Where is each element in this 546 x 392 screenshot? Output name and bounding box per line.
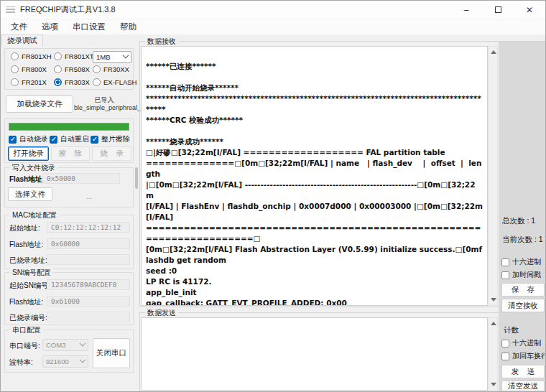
checkbox-auto-restart[interactable]: 自动重启	[50, 134, 89, 144]
menu-options[interactable]: 选项	[34, 19, 65, 34]
send-group-label: 数据发送	[145, 308, 178, 318]
receive-scrollbar[interactable]	[488, 46, 498, 306]
scroll-down-icon	[491, 383, 496, 386]
serial-port-dropdown[interactable]: COM3	[42, 339, 88, 351]
receive-group-label: 数据接收	[145, 37, 178, 47]
window-title: FREQCHIP调试工具V1.3.8	[20, 4, 116, 15]
baud-rate-label: 波特率:	[9, 358, 33, 368]
serial-port-label: 串口端号:	[9, 341, 40, 351]
app-window: FREQCHIP调试工具V1.3.8 – ✕ 文件 选项 串口设置 帮助 烧录调…	[0, 0, 546, 392]
send-scrollbar[interactable]	[488, 317, 498, 391]
save-button[interactable]: 保 存	[501, 283, 545, 297]
checkbox-icon	[501, 340, 509, 347]
checkbox-send-hex[interactable]: 十六进制	[501, 338, 541, 348]
maximize-button[interactable]	[482, 1, 514, 19]
close-serial-button[interactable]: 关闭串口	[93, 338, 130, 368]
checkbox-crlf[interactable]: 加回车换行	[501, 351, 546, 361]
baud-rate-value: 921600	[46, 358, 69, 365]
receive-log: ******已连接****** ******自动开始烧录****** *****…	[142, 47, 487, 305]
sn-burned-input	[47, 312, 130, 322]
sn-start-label: 起始SN编号:	[9, 281, 50, 291]
radio-fr508x[interactable]: FR508X	[54, 65, 90, 73]
radio-label: FR201X	[22, 78, 47, 86]
burn-button[interactable]: 烧 录	[92, 146, 131, 161]
radio-ex-flash[interactable]: EX-FLASH	[93, 78, 136, 86]
mac-flash-label: Flash地址:	[9, 240, 43, 250]
radio-icon	[93, 78, 101, 86]
radio-fr30xx[interactable]: FR30XX	[93, 65, 129, 73]
title-bar: FREQCHIP调试工具V1.3.8 – ✕	[1, 1, 545, 19]
mac-group-label: MAC地址配置	[10, 210, 59, 220]
sn-burned-label: 已烧录编号:	[9, 313, 47, 323]
radio-fr800x[interactable]: FR800X	[11, 65, 47, 73]
burn-progress-fill	[9, 123, 129, 130]
choose-file-button[interactable]: 选择文件	[8, 187, 52, 201]
sn-start-input[interactable]: 123456789ABCDEF0	[47, 279, 130, 290]
radio-label: FR800X	[22, 65, 47, 73]
load-burn-file-button[interactable]: 加载烧录文件	[6, 95, 73, 113]
checkbox-label: 自动重启	[60, 134, 89, 144]
total-count-label: 总次数 : 1	[502, 216, 535, 226]
radio-icon	[54, 52, 62, 60]
radio-fr303x[interactable]: FR303X	[54, 78, 90, 86]
checkbox-icon	[50, 136, 57, 144]
tab-burn-debug[interactable]: 烧录调试	[1, 34, 43, 47]
radio-fr201x[interactable]: FR201X	[11, 78, 47, 86]
close-button[interactable]: ✕	[514, 1, 545, 19]
radio-label: FR303X	[65, 78, 90, 86]
flash-size-dropdown[interactable]: 1MB	[93, 51, 131, 63]
mac-flash-input[interactable]: 0x60000	[47, 238, 130, 249]
checkbox-label: 十六进制	[512, 338, 541, 348]
write-file-group: 写入文件烧录 Flash地址 0x50000 选择文件 ...	[4, 167, 134, 207]
serial-port-value: COM3	[46, 341, 65, 349]
flash-size-value: 1MB	[96, 53, 111, 61]
sn-flash-label: Flash地址:	[9, 297, 43, 307]
sn-config-group: SN编号配置 起始SN编号: 123456789ABCDEF0 Flash地址:…	[4, 272, 134, 325]
clear-receive-button[interactable]: 清空接收	[501, 299, 545, 312]
receive-textarea[interactable]: ******已连接****** ******自动开始烧录****** *****…	[141, 46, 488, 306]
radio-label: EX-FLASH	[103, 78, 136, 86]
minimize-button[interactable]: –	[450, 1, 482, 19]
serial-group-label: 串口配置	[10, 325, 43, 335]
send-value	[142, 318, 487, 390]
radio-icon	[11, 78, 19, 86]
mac-burned-input	[47, 254, 130, 265]
burn-group: 自动烧录 自动重启 整片擦除 打开烧录 擦 除 烧 录	[4, 118, 134, 163]
checkbox-auto-burn[interactable]: 自动烧录	[9, 134, 48, 144]
radio-icon	[93, 65, 101, 73]
mac-burned-label: 已烧录地址:	[9, 256, 47, 266]
chevron-down-icon	[80, 356, 85, 362]
load-status: 已导入 ble_simple_periphreal_b	[74, 96, 134, 112]
left-panel-scrollbar[interactable]	[135, 167, 138, 189]
window-controls: – ✕	[450, 1, 545, 19]
send-textarea[interactable]	[141, 317, 488, 391]
checkbox-label: 十六进制	[512, 257, 541, 267]
menu-serial-settings[interactable]: 串口设置	[65, 19, 113, 34]
checkbox-label: 自动烧录	[19, 134, 48, 144]
mac-start-input[interactable]: C0:12:12:12:12:12	[47, 222, 130, 233]
checkbox-icon	[9, 136, 17, 144]
write-file-group-label: 写入文件烧录	[10, 163, 57, 173]
send-button[interactable]: 发 送	[501, 365, 545, 378]
chip-select-group: FR801XH FR801XT 1MB FR800X FR508X FR30XX…	[4, 48, 134, 90]
sn-group-label: SN编号配置	[10, 268, 53, 278]
flash-addr-input[interactable]: 0x50000	[42, 173, 120, 184]
menu-file[interactable]: 文件	[4, 19, 34, 34]
clear-send-button[interactable]: 清空发送	[501, 381, 545, 391]
load-status-line2: ble_simple_periphreal_b	[74, 104, 134, 112]
checkbox-full-erase[interactable]: 整片擦除	[91, 134, 130, 144]
checkbox-label: 加时间戳	[512, 270, 541, 280]
radio-fr801xt[interactable]: FR801XT	[54, 52, 94, 60]
open-burn-button[interactable]: 打开烧录	[8, 146, 49, 161]
radio-fr801xh[interactable]: FR801XH	[11, 52, 52, 60]
app-icon	[6, 6, 15, 13]
burn-progress-bar	[9, 123, 129, 131]
checkbox-receive-hex[interactable]: 十六进制	[501, 257, 541, 267]
menu-help[interactable]: 帮助	[113, 19, 144, 34]
erase-button[interactable]: 擦 除	[51, 146, 90, 161]
radio-label: FR508X	[65, 65, 90, 73]
menu-bar: 文件 选项 串口设置 帮助	[1, 19, 545, 34]
baud-rate-dropdown[interactable]: 921600	[42, 355, 88, 368]
checkbox-timestamp[interactable]: 加时间戳	[501, 270, 541, 280]
sn-flash-input[interactable]: 0x61000	[47, 296, 130, 307]
